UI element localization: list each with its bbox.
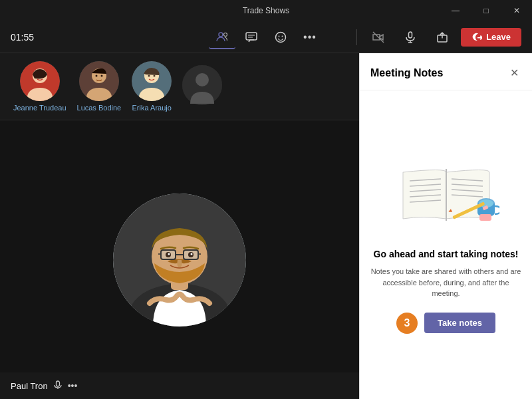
chat-button[interactable] <box>238 25 265 49</box>
more-button[interactable]: ••• <box>297 25 323 49</box>
svg-point-26 <box>196 73 209 86</box>
svg-point-5 <box>276 32 286 42</box>
notes-body: Go ahead and start taking notes! Notes y… <box>360 90 532 399</box>
speaker-info-bar: Paul Tron ••• <box>0 372 359 399</box>
svg-line-8 <box>373 32 384 43</box>
participant-unknown <box>182 65 222 108</box>
mic-status-icon <box>53 380 63 392</box>
camera-button[interactable] <box>365 25 392 49</box>
notes-cta-description: Notes you take are shared with others an… <box>370 266 521 299</box>
call-timer: 01:55 <box>11 32 44 43</box>
window-controls: — □ ✕ <box>440 0 532 21</box>
maximize-button[interactable]: □ <box>471 0 501 21</box>
title-bar: Trade Shows — □ ✕ <box>0 0 532 21</box>
svg-point-1 <box>224 33 227 36</box>
svg-point-23 <box>148 75 150 77</box>
participant-name-erika: Erika Araujo <box>132 104 172 112</box>
svg-point-38 <box>191 253 193 255</box>
share-button[interactable] <box>429 25 456 49</box>
people-button[interactable] <box>209 25 235 49</box>
meeting-notes-panel: Meeting Notes ✕ <box>359 53 532 399</box>
avatar-lucas <box>79 61 119 101</box>
svg-rect-9 <box>409 32 412 38</box>
avatar-unknown <box>182 65 222 105</box>
reactions-button[interactable] <box>267 25 294 49</box>
step-number-badge: 3 <box>396 313 418 334</box>
svg-point-19 <box>95 75 97 77</box>
svg-point-7 <box>282 35 283 37</box>
participants-strip: Jeanne Trudeau Lucas Bodine <box>0 53 359 120</box>
book-illustration <box>393 156 499 235</box>
minimize-button[interactable]: — <box>440 0 471 21</box>
svg-point-16 <box>41 75 43 77</box>
svg-point-0 <box>219 33 223 37</box>
svg-rect-2 <box>246 33 257 40</box>
svg-point-20 <box>100 75 102 77</box>
main-speaker-avatar <box>113 194 246 327</box>
participant-lucas: Lucas Bodine <box>77 61 122 112</box>
avatar-erika <box>132 61 172 101</box>
leave-button[interactable]: Leave <box>461 28 521 47</box>
notes-cta-heading: Go ahead and start taking notes! <box>374 249 519 259</box>
svg-point-15 <box>36 75 38 77</box>
participant-name-lucas: Lucas Bodine <box>77 104 122 112</box>
svg-rect-56 <box>479 214 491 221</box>
svg-point-37 <box>168 253 170 255</box>
avatar-jeanne <box>20 61 60 101</box>
svg-rect-39 <box>56 381 59 386</box>
participant-name-jeanne: Jeanne Trudeau <box>13 104 66 112</box>
take-notes-button[interactable]: Take notes <box>424 313 495 333</box>
svg-point-24 <box>154 75 156 77</box>
mic-button[interactable] <box>397 25 424 49</box>
notes-close-button[interactable]: ✕ <box>507 64 521 82</box>
call-toolbar: 01:55 <box>0 21 532 53</box>
notes-panel-title: Meeting Notes <box>370 67 443 79</box>
video-area: Jeanne Trudeau Lucas Bodine <box>0 53 359 399</box>
window-title: Trade Shows <box>243 6 289 15</box>
speaker-name: Paul Tron <box>11 381 48 391</box>
main-speaker-area <box>0 120 359 399</box>
participant-jeanne: Jeanne Trudeau <box>13 61 66 112</box>
toolbar-divider <box>356 29 357 45</box>
main-layout: Jeanne Trudeau Lucas Bodine <box>0 53 532 399</box>
notes-header: Meeting Notes ✕ <box>360 53 532 90</box>
svg-point-6 <box>279 35 280 37</box>
notes-action-row: 3 Take notes <box>396 313 495 334</box>
speaker-more-icon[interactable]: ••• <box>68 380 78 391</box>
close-button[interactable]: ✕ <box>501 0 532 21</box>
participant-erika: Erika Araujo <box>132 61 172 112</box>
